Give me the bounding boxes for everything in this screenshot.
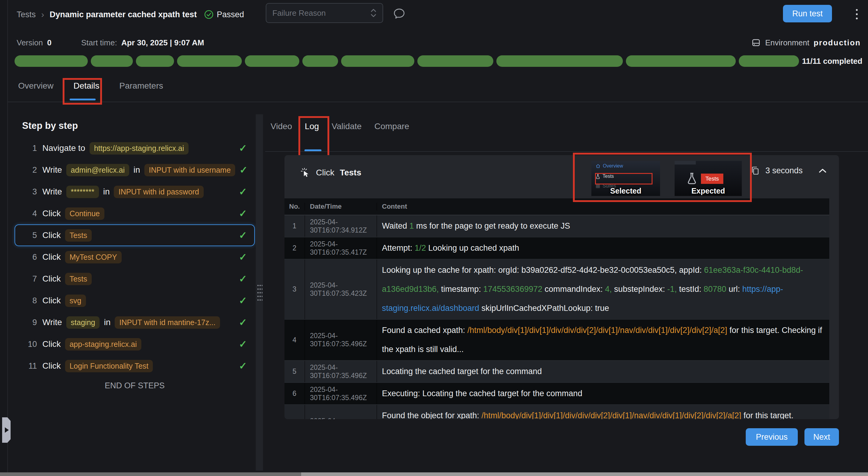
step-success-check-icon: ✓ [239,360,247,372]
step-row[interactable]: 6ClickMyTest COPY✓ [14,246,255,268]
log-row-timestamp: 2025-04-30T16:07:35.423Z [305,260,377,319]
step-target-badge: INPUT with id username [144,164,235,176]
step-row[interactable]: 4ClickContinue✓ [14,203,255,225]
log-row-timestamp: 2025-04-30T16:07:34.912Z [305,215,377,237]
tab-log[interactable]: Log [305,122,319,131]
sidebar-expand-handle[interactable] [2,417,10,443]
step-row[interactable]: 3Write********inINPUT with id password✓ [14,181,255,203]
progress-segment[interactable] [136,55,174,67]
log-column-header: Content [377,203,829,210]
environment-info: Environment production [751,36,861,49]
steps-heading: Step by step [22,121,78,131]
run-meta: Version 0 Start time: Apr 30, 2025 | 9:0… [17,36,204,49]
tab-validate[interactable]: Validate [332,122,362,131]
step-action: Click [42,231,61,240]
step-row[interactable]: 11ClickLogin Functionality Test✓ [14,355,255,377]
log-row-content: Attempt: 1/2 Looking up cached xpath [377,237,829,259]
click-cursor-icon [300,167,311,178]
progress-segment[interactable] [302,55,338,67]
step-action: in [104,317,111,327]
step-success-check-icon: ✓ [239,142,247,154]
collapse-chevron-icon[interactable] [818,168,827,174]
select-chevrons-icon [370,8,376,18]
failure-reason-select[interactable]: Failure Reason [266,3,383,23]
step-action: Click [42,209,61,218]
progress-segment[interactable] [91,55,133,67]
previous-button[interactable]: Previous [746,428,798,446]
top-bar: Tests › Dynamic parameter cached xpath t… [17,5,244,24]
tab-parameters[interactable]: Parameters [119,81,163,93]
step-target-badge: Tests [65,273,92,285]
step-number: 4 [24,209,37,218]
step-row[interactable]: 9WritestaginginINPUT with id mantine-17z… [14,311,255,333]
progress-segment[interactable] [245,55,299,67]
log-row: 22025-04-30T16:07:35.417ZAttempt: 1/2 Lo… [284,237,829,260]
step-action: Click [42,252,61,262]
test-run-page: Tests › Dynamic parameter cached xpath t… [0,0,868,476]
progress-segment[interactable] [417,55,493,67]
step-target-badge: Login Functionality Test [65,360,153,372]
step-action: Write [42,165,62,175]
comment-icon[interactable] [392,7,406,21]
step-number: 5 [24,231,37,240]
progress-segment[interactable] [626,55,736,67]
step-row[interactable]: 10Clickapp-staging.relicx.ai✓ [14,333,255,355]
step-row[interactable]: 5ClickTests✓ [14,225,255,246]
step-action: in [103,187,110,197]
log-row-timestamp: 2025-04-30T16:07:35.496Z [305,383,377,404]
progress-segment[interactable] [739,55,799,67]
annotation-rect-expected-target: Tests [701,174,723,184]
progress-segment[interactable] [496,55,623,67]
detail-tabs: Video Log Validate Compare [271,122,409,131]
log-row: 52025-04-30T16:07:35.496ZLocating the ca… [284,361,829,383]
step-target-badge: Continue [65,207,104,220]
step-number: 9 [24,318,37,327]
next-button[interactable]: Next [804,428,839,446]
progress-segment[interactable] [177,55,242,67]
step-row[interactable]: 1Navigate tohttps://app-staging.relicx.a… [14,137,255,159]
step-row[interactable]: 8Clicksvg✓ [14,290,255,311]
step-target-badge: app-staging.relicx.ai [65,338,141,350]
duration-group: 3 seconds [751,166,827,175]
progress-segment[interactable] [341,55,414,67]
step-action: Write [42,187,62,197]
step-row[interactable]: 7ClickTests✓ [14,268,255,290]
step-number: 2 [24,165,37,175]
progress-segment[interactable] [14,55,88,67]
log-card: Click Tests 3 seconds No.Date/TimeConten… [284,155,839,419]
copy-icon[interactable] [751,166,760,175]
step-row[interactable]: 2Writeadmin@relicx.aiinINPUT with id use… [14,159,255,181]
panel-resize-handle[interactable] [257,284,262,301]
step-action: Write [42,317,62,327]
log-row-timestamp: 2025-04-30T16:07:35.753Z [305,405,377,419]
flask-icon [687,172,697,184]
progress-count: 11/11 completed [802,55,862,67]
step-success-check-icon: ✓ [239,230,247,241]
tab-overview[interactable]: Overview [18,81,54,93]
horizontal-scrollbar-track[interactable] [0,472,868,476]
tab-compare[interactable]: Compare [374,122,409,131]
log-column-header: No. [284,203,305,210]
start-time-value: Apr 30, 2025 | 9:07 AM [121,38,204,47]
step-number: 11 [24,362,37,371]
tab-details[interactable]: Details [73,81,100,93]
chevron-right-icon [5,427,9,433]
version-value: 0 [47,38,52,47]
step-number: 8 [24,296,37,305]
horizontal-scrollbar-thumb[interactable] [0,472,301,476]
status-badge: Passed [204,10,244,19]
selected-screenshot-thumbnail[interactable]: Overview Tests Suites Selected [591,161,660,196]
breadcrumb-tests-link[interactable]: Tests [17,10,36,19]
step-action: Click [42,274,61,284]
step-number: 10 [24,340,37,349]
expected-screenshot-thumbnail[interactable]: Tests Expected [675,161,742,196]
expected-label: Expected [675,186,742,195]
tab-video[interactable]: Video [271,122,292,131]
log-row-number: 1 [284,215,305,237]
step-number: 6 [24,252,37,262]
environment-value: production [813,38,861,47]
step-target-badge: Tests [65,229,92,242]
more-options-menu[interactable] [855,8,859,21]
log-table: No.Date/TimeContent12025-04-30T16:07:34.… [284,198,829,419]
run-test-button[interactable]: Run test [783,5,832,22]
